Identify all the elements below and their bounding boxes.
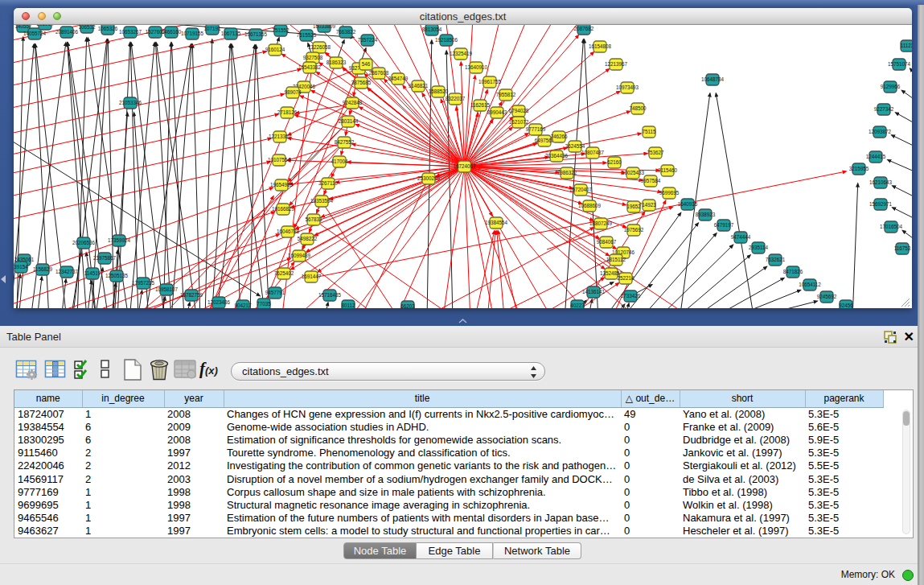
svg-text:6479197: 6479197	[714, 222, 734, 228]
svg-text:77035: 77035	[257, 301, 271, 307]
svg-text:2718126: 2718126	[277, 109, 298, 115]
svg-text:7986322: 7986322	[557, 170, 577, 175]
svg-text:567833: 567833	[305, 216, 322, 222]
svg-text:12213362: 12213362	[269, 134, 292, 139]
svg-text:2803144: 2803144	[339, 118, 359, 124]
svg-text:19652: 19652	[626, 204, 641, 209]
svg-text:19353594: 19353594	[310, 198, 334, 204]
svg-text:8471826: 8471826	[783, 269, 803, 274]
svg-text:106532: 106532	[78, 25, 96, 30]
svg-text:14136141: 14136141	[582, 289, 606, 295]
svg-text:1156829: 1156829	[33, 266, 53, 272]
svg-text:16782759: 16782759	[180, 292, 203, 298]
svg-text:9474444: 9474444	[731, 234, 751, 240]
svg-text:8454749: 8454749	[388, 76, 409, 81]
svg-text:417004: 417004	[331, 159, 348, 164]
svg-text:12213967: 12213967	[605, 61, 628, 67]
svg-text:7515525: 7515525	[297, 32, 317, 38]
svg-text:9777169: 9777169	[526, 126, 546, 132]
svg-text:10671355: 10671355	[244, 31, 268, 37]
svg-text:753627: 753627	[647, 150, 664, 155]
svg-text:12505135: 12505135	[105, 273, 129, 278]
svg-text:8938923: 8938923	[696, 212, 716, 217]
svg-text:252214: 252214	[617, 275, 634, 281]
svg-text:13226058: 13226058	[308, 44, 331, 50]
svg-text:9699695: 9699695	[659, 190, 680, 196]
svg-text:1733426: 1733426	[621, 293, 641, 299]
svg-text:23975867: 23975867	[93, 255, 117, 261]
svg-text:10973493: 10973493	[616, 84, 639, 90]
svg-text:17359924: 17359924	[108, 237, 131, 243]
svg-text:19166829: 19166829	[272, 206, 295, 212]
svg-text:2087682: 2087682	[574, 26, 594, 31]
svg-text:2935114: 2935114	[749, 245, 769, 250]
svg-text:751552: 751552	[272, 27, 290, 33]
svg-text:12023486: 12023486	[207, 299, 231, 305]
svg-text:8813054: 8813054	[422, 27, 442, 32]
svg-text:39154: 39154	[14, 264, 28, 270]
svg-text:9327508: 9327508	[303, 55, 323, 60]
svg-text:12342737: 12342737	[55, 269, 79, 274]
svg-text:21053346: 21053346	[119, 100, 142, 105]
svg-text:9160124: 9160124	[265, 47, 285, 52]
svg-text:3215955: 3215955	[849, 166, 869, 171]
svg-text:1162615: 1162615	[470, 102, 491, 108]
svg-text:16046788: 16046788	[277, 229, 300, 234]
svg-text:66203: 66203	[400, 303, 415, 308]
svg-text:3624554: 3624554	[565, 143, 585, 149]
svg-text:1815112: 1815112	[606, 257, 626, 262]
svg-text:11123: 11123	[901, 43, 912, 48]
svg-text:10025433: 10025433	[622, 170, 645, 175]
svg-text:6466160: 6466160	[162, 29, 182, 35]
svg-text:10958107: 10958107	[155, 286, 179, 292]
svg-text:7955812: 7955812	[496, 92, 516, 97]
svg-text:10654112: 10654112	[799, 282, 821, 287]
svg-text:13640910: 13640910	[465, 64, 488, 70]
svg-text:5498222: 5498222	[298, 236, 318, 241]
svg-text:9457791: 9457791	[265, 290, 285, 295]
svg-text:16154808: 16154808	[589, 43, 612, 49]
svg-text:9084067: 9084067	[597, 239, 617, 245]
svg-text:6794028: 6794028	[509, 108, 529, 113]
svg-text:15692971: 15692971	[869, 201, 893, 207]
svg-text:17957235: 17957235	[132, 280, 155, 286]
svg-text:1244415: 1244415	[866, 154, 886, 159]
svg-text:16033809: 16033809	[313, 25, 336, 29]
svg-text:12325419: 12325419	[450, 51, 473, 56]
svg-text:10648784: 10648784	[701, 76, 725, 82]
svg-text:40223: 40223	[570, 303, 585, 308]
svg-text:9245692: 9245692	[817, 294, 837, 299]
svg-text:18807249: 18807249	[589, 220, 613, 226]
svg-text:904217: 904217	[234, 303, 252, 308]
svg-text:8427552: 8427552	[335, 139, 355, 145]
svg-text:14055724: 14055724	[23, 31, 47, 36]
svg-text:748500: 748500	[629, 105, 647, 111]
svg-text:208914: 208914	[36, 25, 54, 27]
svg-text:62160: 62160	[607, 159, 622, 165]
svg-text:1640935: 1640935	[678, 201, 698, 207]
svg-text:107191: 107191	[203, 26, 221, 31]
svg-text:7663822: 7663822	[336, 29, 356, 35]
svg-text:1067135: 1067135	[221, 31, 241, 36]
svg-text:7357224: 7357224	[358, 37, 378, 43]
svg-text:989074: 989074	[284, 89, 302, 95]
svg-text:19218506: 19218506	[435, 37, 458, 43]
svg-text:16099489: 16099489	[288, 253, 311, 258]
svg-text:3267110: 3267110	[318, 180, 339, 186]
svg-text:10653267: 10653267	[119, 29, 142, 35]
svg-text:17016504: 17016504	[880, 224, 903, 229]
svg-text:10807487: 10807487	[581, 150, 605, 155]
svg-text:10107554: 10107554	[268, 157, 291, 163]
svg-text:19654985: 19654985	[270, 182, 294, 187]
svg-text:92456: 92456	[839, 303, 853, 308]
svg-text:9957584: 9957584	[641, 178, 661, 183]
svg-text:15716485: 15716485	[318, 292, 342, 298]
svg-text:1691447: 1691447	[302, 274, 322, 279]
svg-text:9129966: 9129966	[881, 84, 901, 89]
svg-text:16210643: 16210643	[869, 179, 893, 185]
svg-text:9115460: 9115460	[658, 167, 678, 173]
svg-text:116753: 116753	[894, 245, 911, 251]
svg-text:25300295: 25300295	[417, 175, 441, 181]
svg-text:3875685: 3875685	[351, 80, 372, 85]
svg-text:10688609: 10688609	[578, 203, 602, 208]
